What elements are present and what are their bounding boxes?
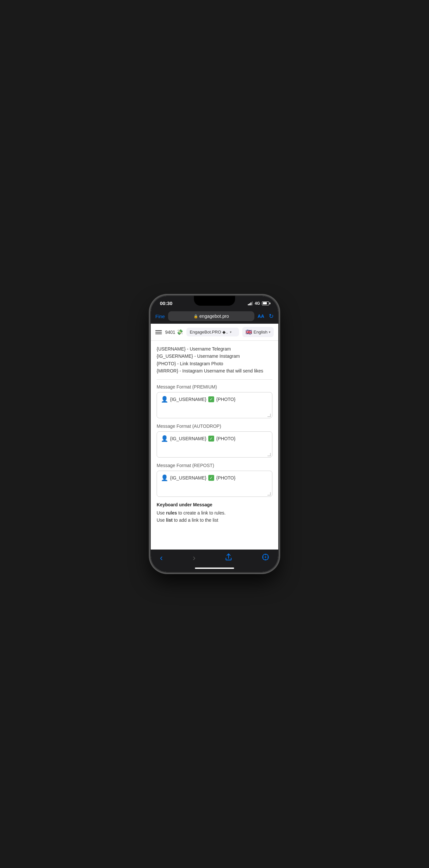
keyboard-section: Keyboard under Message Use rules to crea…	[157, 502, 272, 524]
lang-chevron-icon: ▾	[269, 330, 270, 334]
var-line-2: {IG_USERNAME} - Username Instagram	[157, 352, 272, 360]
battery-fill	[263, 302, 267, 304]
var-line-1: {USERNAME} - Username Telegram	[157, 345, 272, 352]
bottom-compass-button[interactable]	[262, 554, 269, 562]
premium-user-icon: 👤	[161, 396, 168, 403]
battery-icon	[262, 302, 269, 305]
autodrop-photo: {PHOTO}	[216, 436, 235, 441]
phone-notch	[194, 296, 235, 306]
phone-frame: 00:30 4G Fine 🔒 engagebot.pro AA ↻	[151, 296, 278, 572]
variables-text: {USERNAME} - Username Telegram {IG_USERN…	[157, 345, 272, 375]
phone-screen: 00:30 4G Fine 🔒 engagebot.pro AA ↻	[151, 296, 278, 572]
status-icons: 4G	[248, 301, 269, 306]
lang-text: English	[254, 330, 267, 335]
premium-textarea[interactable]: 👤 {IG_USERNAME} ✓ {PHOTO}	[157, 392, 272, 418]
coins-count: 9401	[165, 330, 175, 335]
aa-button[interactable]: AA	[258, 314, 264, 319]
premium-section: Message Format (PREMIUM) 👤 {IG_USERNAME}…	[157, 384, 272, 418]
autodrop-textarea[interactable]: 👤 {IG_USERNAME} ✓ {PHOTO}	[157, 431, 272, 458]
network-type: 4G	[255, 301, 260, 306]
repost-user-icon: 👤	[161, 474, 168, 482]
premium-photo: {PHOTO}	[216, 397, 235, 402]
browser-bar: Fine 🔒 engagebot.pro AA ↻	[151, 309, 278, 324]
nav-coins: 9401 💸	[165, 329, 183, 335]
bottom-browser-bar: ‹ ›	[151, 550, 278, 565]
repost-check-icon: ✓	[208, 475, 214, 481]
repost-textarea-content: 👤 {IG_USERNAME} ✓ {PHOTO}	[161, 474, 268, 482]
home-bar	[195, 567, 234, 569]
autodrop-user-icon: 👤	[161, 435, 168, 442]
signal-bars-icon	[248, 302, 253, 305]
bottom-forward-button[interactable]: ›	[193, 553, 196, 563]
var-line-3: {PHOTO} - Link Instagram Photo	[157, 360, 272, 367]
coins-icon: 💸	[176, 329, 183, 335]
autodrop-check-icon: ✓	[208, 436, 214, 441]
keyboard-desc-line2: Use list to add a link to the list	[157, 517, 272, 524]
home-indicator	[151, 565, 278, 572]
browser-actions: AA ↻	[258, 313, 274, 320]
keyboard-title: Keyboard under Message	[157, 502, 272, 507]
autodrop-ig-username: {IG_USERNAME}	[170, 436, 206, 441]
keyboard-line1-prefix: Use	[157, 510, 166, 516]
repost-ig-username: {IG_USERNAME}	[170, 475, 206, 480]
premium-resize-handle[interactable]	[267, 414, 271, 417]
status-time: 00:30	[160, 301, 172, 306]
premium-label: Message Format (PREMIUM)	[157, 384, 272, 390]
keyboard-desc-line1: Use rules to create a link to rules.	[157, 509, 272, 517]
svg-point-1	[265, 556, 266, 558]
autodrop-textarea-content: 👤 {IG_USERNAME} ✓ {PHOTO}	[161, 435, 268, 442]
var-line-4: {MIRROR} - Instagram Username that will …	[157, 367, 272, 374]
premium-check-icon: ✓	[208, 396, 214, 402]
browser-url-bar[interactable]: 🔒 engagebot.pro	[168, 311, 254, 321]
repost-textarea[interactable]: 👤 {IG_USERNAME} ✓ {PHOTO}	[157, 471, 272, 497]
bottom-share-button[interactable]	[225, 554, 232, 562]
repost-photo: {PHOTO}	[216, 475, 235, 480]
autodrop-section: Message Format (AUTODROP) 👤 {IG_USERNAME…	[157, 424, 272, 458]
browser-url-text: engagebot.pro	[199, 314, 229, 319]
bottom-back-button[interactable]: ‹	[160, 553, 163, 563]
keyboard-list-keyword: list	[166, 518, 173, 523]
divider-1	[157, 379, 272, 380]
nav-bar: 9401 💸 EngageBot.PRO ◆.. ▾ 🇬🇧 English ▾	[151, 324, 278, 341]
autodrop-label: Message Format (AUTODROP)	[157, 424, 272, 429]
keyboard-rules-keyword: rules	[166, 510, 177, 516]
refresh-button[interactable]: ↻	[269, 313, 274, 320]
autodrop-resize-handle[interactable]	[267, 453, 271, 456]
premium-textarea-content: 👤 {IG_USERNAME} ✓ {PHOTO}	[161, 396, 268, 403]
keyboard-line1-suffix: to create a link to rules.	[177, 510, 226, 516]
repost-label: Message Format (REPOST)	[157, 463, 272, 468]
lang-flag-icon: 🇬🇧	[245, 329, 252, 335]
nav-language-selector[interactable]: 🇬🇧 English ▾	[242, 327, 274, 337]
repost-section: Message Format (REPOST) 👤 {IG_USERNAME} …	[157, 463, 272, 497]
site-chevron-icon: ▾	[230, 330, 231, 334]
page-content: {USERNAME} - Username Telegram {IG_USERN…	[151, 341, 278, 550]
nav-site-selector[interactable]: EngageBot.PRO ◆.. ▾	[186, 328, 239, 337]
lock-icon: 🔒	[194, 314, 198, 318]
site-name: EngageBot.PRO ◆..	[190, 330, 228, 335]
keyboard-line2-prefix: Use	[157, 518, 166, 523]
premium-ig-username: {IG_USERNAME}	[170, 397, 206, 402]
browser-back-button[interactable]: Fine	[155, 314, 165, 319]
repost-resize-handle[interactable]	[267, 492, 271, 496]
hamburger-menu[interactable]	[155, 330, 162, 334]
keyboard-line2-suffix: to add a link to the list	[173, 518, 218, 523]
